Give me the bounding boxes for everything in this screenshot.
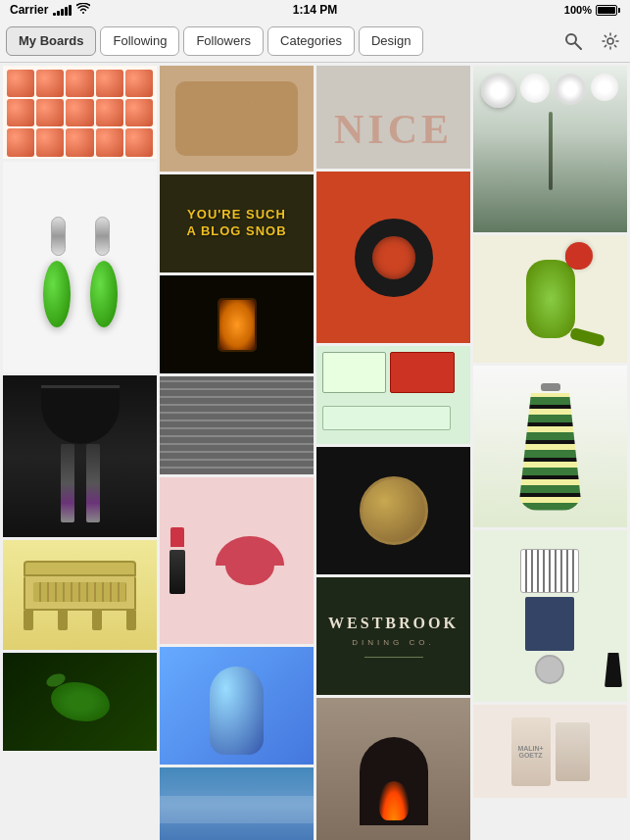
pin-wreath[interactable] [316,172,470,343]
signal-icon [53,4,72,16]
pin-fashion2[interactable]: MALIN+GOETZ [473,705,627,798]
pin-lantern[interactable] [160,275,314,373]
svg-point-2 [607,38,613,44]
pin-sculpture[interactable] [160,647,314,765]
battery-icon [596,5,620,16]
pin-water[interactable] [160,767,314,840]
westbrook-sub: DINING CO. [352,638,434,647]
nav-actions [559,27,624,55]
pin-earrings[interactable] [3,162,157,372]
svg-line-1 [575,43,581,49]
grid-column-2: NICE WE [316,66,470,840]
search-icon [564,32,582,50]
pin-flowers[interactable] [473,66,627,232]
tab-design[interactable]: Design [359,26,423,56]
nice-label: NICE [316,81,470,153]
search-button[interactable] [559,27,587,55]
pin-branding[interactable]: WESTBROOK DINING CO. [316,577,470,695]
pin-dinosaur[interactable] [473,235,627,363]
nav-bar: My Boards Following Followers Categories… [0,20,630,63]
pin-outfit[interactable] [473,530,627,702]
pin-bench[interactable] [3,540,157,650]
pin-medal[interactable] [316,447,470,574]
grid-column-3: MALIN+GOETZ [473,66,627,798]
pin-pillow[interactable] [160,66,314,172]
pin-nice[interactable]: NICE [316,66,470,169]
time-display: 1:14 PM [293,3,337,17]
nav-tabs: My Boards Following Followers Categories… [6,26,554,56]
blogsnob-text: YOU'RE SUCHA BLOG SNOB [178,199,294,248]
grid-column-0 [3,66,157,751]
tab-categories[interactable]: Categories [267,26,355,56]
pin-blogsnob[interactable]: YOU'RE SUCHA BLOG SNOB [160,174,314,272]
wifi-icon [76,3,90,18]
pin-cupcakes[interactable] [3,66,157,159]
masonry-layout: YOU'RE SUCHA BLOG SNOB [0,63,630,840]
carrier-label: Carrier [10,3,48,17]
grid-column-1: YOU'RE SUCHA BLOG SNOB [160,66,314,840]
tab-my-boards[interactable]: My Boards [6,26,96,56]
settings-button[interactable] [597,27,624,55]
pin-dress[interactable] [473,366,627,527]
pin-cards[interactable] [316,346,470,444]
battery-label: 100% [564,4,592,16]
pin-chameleon[interactable] [3,653,157,751]
pin-texture[interactable] [160,376,314,474]
tab-following[interactable]: Following [100,26,179,56]
pin-fireplace[interactable] [316,698,470,840]
pin-skirt[interactable] [3,375,157,537]
pin-lipstick[interactable] [160,477,314,644]
pins-grid[interactable]: YOU'RE SUCHA BLOG SNOB [0,63,630,840]
gear-icon [602,32,619,50]
status-bar: Carrier 1:14 PM 100% [0,0,630,20]
tab-followers[interactable]: Followers [183,26,264,56]
westbrook-text: WESTBROOK [328,615,459,632]
